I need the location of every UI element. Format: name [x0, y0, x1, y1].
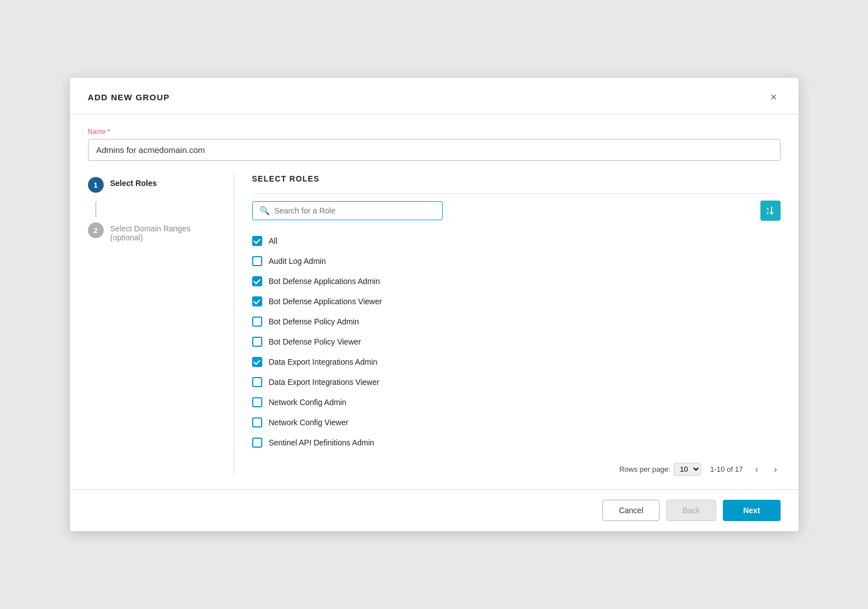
cancel-button[interactable]: Cancel — [602, 500, 660, 521]
sort-az-button[interactable]: A Z — [760, 201, 781, 221]
list-item: Audit Log Admin — [252, 251, 781, 271]
next-page-button[interactable]: › — [770, 463, 780, 476]
svg-rect-0 — [765, 205, 776, 216]
list-item: Bot Defense Policy Admin — [252, 312, 781, 332]
role-checkbox-network-config-admin[interactable] — [252, 397, 262, 407]
search-icon: 🔍 — [259, 206, 270, 216]
name-section: Name * — [70, 114, 799, 172]
role-label-bot-defense-policy-admin: Bot Defense Policy Admin — [269, 317, 359, 326]
role-label-audit-log-admin: Audit Log Admin — [269, 257, 326, 266]
role-checkbox-data-export-integrations-admin[interactable] — [252, 357, 262, 367]
step-1: 1 Select Roles — [88, 176, 220, 193]
list-item: Network Config Admin — [252, 392, 781, 412]
step-2-bubble: 2 — [88, 222, 104, 238]
role-label-network-config-admin: Network Config Admin — [269, 398, 347, 407]
name-input[interactable] — [88, 139, 781, 161]
role-checkbox-bot-defense-app-viewer[interactable] — [252, 296, 262, 306]
role-checkbox-bot-defense-app-admin[interactable] — [252, 276, 262, 286]
step-connector — [95, 202, 96, 217]
search-input[interactable] — [275, 206, 435, 215]
step-1-label: Select Roles — [110, 176, 157, 188]
close-button[interactable]: × — [767, 90, 781, 104]
list-item: Bot Defense Applications Viewer — [252, 291, 781, 312]
select-roles-title: SELECT ROLES — [252, 172, 781, 183]
role-checkbox-network-config-viewer[interactable] — [252, 417, 262, 427]
main-content: SELECT ROLES 🔍 A Z — [234, 172, 781, 476]
role-label-sentinel-api-definitions-admin: Sentinel API Definitions Admin — [269, 438, 374, 447]
svg-text:A: A — [767, 207, 769, 211]
modal-title: ADD NEW GROUP — [88, 92, 170, 102]
add-new-group-modal: ADD NEW GROUP × Name * 1 Select Roles 2 — [70, 78, 799, 531]
role-label-bot-defense-app-viewer: Bot Defense Applications Viewer — [269, 297, 382, 306]
rows-per-page-select[interactable]: 10 25 50 — [674, 463, 701, 476]
search-box: 🔍 — [252, 201, 443, 220]
modal-footer: Cancel Back Next — [70, 489, 799, 531]
role-checkbox-all[interactable] — [252, 236, 262, 246]
next-button[interactable]: Next — [723, 500, 780, 521]
role-checkbox-bot-defense-policy-admin[interactable] — [252, 317, 262, 327]
role-label-network-config-viewer: Network Config Viewer — [269, 418, 349, 427]
list-item: Data Export Integrations Admin — [252, 352, 781, 372]
role-label-data-export-integrations-viewer: Data Export Integrations Viewer — [269, 378, 379, 387]
list-item: All — [252, 231, 781, 251]
prev-page-button[interactable]: ‹ — [752, 463, 762, 476]
role-label-bot-defense-policy-viewer: Bot Defense Policy Viewer — [269, 337, 361, 346]
step-2-label: Select Domain Ranges (optional) — [110, 222, 220, 242]
role-label-all: All — [269, 236, 278, 245]
steps-sidebar: 1 Select Roles 2 Select Domain Ranges (o… — [88, 172, 234, 476]
role-checkbox-audit-log-admin[interactable] — [252, 256, 262, 266]
role-checkbox-bot-defense-policy-viewer[interactable] — [252, 337, 262, 347]
list-item: Data Export Integrations Viewer — [252, 372, 781, 392]
rows-per-page-label: Rows per page: — [619, 465, 670, 473]
search-row: 🔍 A Z — [252, 201, 781, 221]
body-layout: 1 Select Roles 2 Select Domain Ranges (o… — [70, 172, 799, 489]
back-button[interactable]: Back — [666, 500, 716, 521]
list-item: Bot Defense Policy Viewer — [252, 332, 781, 352]
role-label-data-export-integrations-admin: Data Export Integrations Admin — [269, 357, 378, 366]
list-item: Network Config Viewer — [252, 412, 781, 433]
step-2: 2 Select Domain Ranges (optional) — [88, 222, 220, 242]
list-item: Sentinel API Definitions Admin — [252, 433, 781, 453]
list-item: Bot Defense Applications Admin — [252, 271, 781, 291]
rows-per-page: Rows per page: 10 25 50 — [619, 463, 701, 476]
pagination-row: Rows per page: 10 25 50 1-10 of 17 ‹ › — [252, 463, 781, 476]
name-label: Name * — [88, 128, 781, 136]
role-checkbox-sentinel-api-definitions-admin[interactable] — [252, 438, 262, 448]
modal-header: ADD NEW GROUP × — [70, 78, 799, 114]
roles-list: AllAudit Log AdminBot Defense Applicatio… — [252, 231, 781, 453]
svg-text:Z: Z — [767, 211, 769, 215]
divider — [252, 193, 781, 194]
role-checkbox-data-export-integrations-viewer[interactable] — [252, 377, 262, 387]
role-label-bot-defense-app-admin: Bot Defense Applications Admin — [269, 277, 380, 286]
page-info: 1-10 of 17 — [710, 465, 743, 473]
step-1-bubble: 1 — [88, 177, 104, 193]
sort-az-icon: A Z — [765, 205, 776, 216]
